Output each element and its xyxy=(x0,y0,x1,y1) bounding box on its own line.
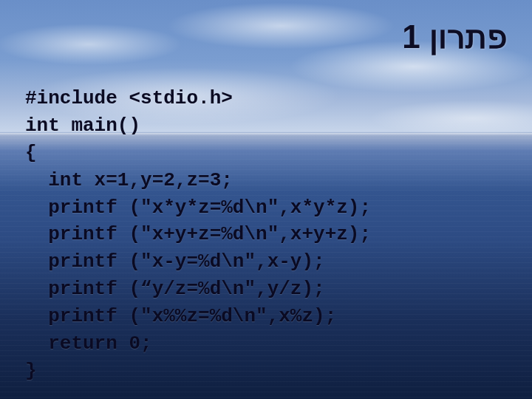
code-line: printf (“y/z=%d\n",y/z); xyxy=(48,278,324,300)
code-line: return 0; xyxy=(48,332,151,355)
code-line: printf ("x*y*z=%d\n",x*y*z); xyxy=(48,197,371,219)
code-line: printf ("x%%z=%d\n",x%z); xyxy=(48,305,336,327)
code-block: #include <stdio.h> int main() { int x=1,… xyxy=(25,58,371,385)
code-line: printf ("x+y+z=%d\n",x+y+z); xyxy=(48,223,371,245)
code-line: int x=1,y=2,z=3; xyxy=(48,169,233,191)
code-line: int main() xyxy=(25,115,140,137)
slide-title: פתרון 1 xyxy=(402,18,507,55)
code-line: } xyxy=(25,360,37,382)
code-line: #include <stdio.h> xyxy=(25,87,233,109)
slide-background: פתרון 1 #include <stdio.h> int main() { … xyxy=(0,0,532,399)
code-line: printf ("x-y=%d\n",x-y); xyxy=(48,250,324,273)
code-line: { xyxy=(25,142,37,164)
